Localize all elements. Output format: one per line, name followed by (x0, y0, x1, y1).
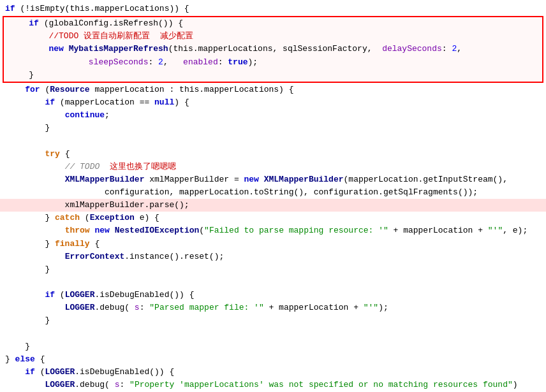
code-line: } (4, 69, 542, 82)
code-line: } catch (Exception e) { (0, 212, 546, 224)
code-text: } (9, 69, 34, 82)
code-line: } (0, 122, 546, 134)
code-text: // TODO 这里也换了嗯嗯嗯 (5, 161, 176, 173)
code-text: if (LOGGER.isDebugEnabled()) { (5, 289, 194, 301)
code-line: try { (0, 148, 546, 161)
code-text: } catch (Exception e) { (5, 212, 159, 224)
code-text: new MybatisMapperRefresh(this.mapperLoca… (9, 43, 462, 55)
code-text: } else { (5, 353, 45, 366)
code-text: } finally { (5, 238, 100, 250)
code-text: configuration, mapperLocation.toString()… (5, 186, 478, 199)
code-line: ErrorContext.instance().reset(); (0, 250, 546, 263)
code-line: } (0, 314, 546, 327)
code-line: configuration, mapperLocation.toString()… (0, 186, 546, 199)
code-text: if (LOGGER.isDebugEnabled()) { (5, 366, 174, 379)
code-line: throw new NestedIOException("Failed to p… (0, 224, 546, 237)
highlight-box: if (globalConfig.isRefresh()) { //TODO 设… (3, 16, 543, 83)
code-line: if (mapperLocation == null) { (0, 96, 546, 109)
code-line (0, 134, 546, 147)
code-text: //TODO 设置自动刷新配置 减少配置 (9, 30, 193, 43)
code-line: if (globalConfig.isRefresh()) { (4, 17, 542, 30)
code-text (5, 276, 10, 289)
code-line: for (Resource mapperLocation : this.mapp… (0, 83, 546, 96)
code-text: ErrorContext.instance().reset(); (5, 250, 224, 263)
code-line: xmlMapperBuilder.parse(); (0, 199, 546, 212)
code-line: } finally { (0, 238, 546, 250)
code-line: new MybatisMapperRefresh(this.mapperLoca… (4, 43, 542, 55)
code-line: LOGGER.debug( s: "Parsed mapper file: '"… (0, 301, 546, 314)
code-text: if (!isEmpty(this.mapperLocations)) { (5, 3, 189, 15)
code-line: } else { (0, 353, 546, 366)
code-text: continue; (5, 109, 110, 122)
code-text: sleepSeconds: 2, enabled: true); (9, 56, 258, 69)
code-text (5, 328, 10, 340)
code-line: if (LOGGER.isDebugEnabled()) { (0, 289, 546, 301)
code-text: if (globalConfig.isRefresh()) { (9, 17, 183, 30)
code-text: LOGGER.debug( s: "Property 'mapperLocati… (5, 379, 518, 391)
code-viewer: if (!isEmpty(this.mapperLocations)) { if… (0, 0, 546, 392)
code-text (5, 134, 10, 147)
code-line: XMLMapperBuilder xmlMapperBuilder = new … (0, 173, 546, 186)
code-line: continue; (0, 109, 546, 122)
code-line (0, 276, 546, 289)
code-line: LOGGER.debug( s: "Property 'mapperLocati… (0, 379, 546, 391)
code-line: } (0, 263, 546, 276)
code-text: } (5, 314, 50, 327)
code-line: if (!isEmpty(this.mapperLocations)) { (0, 3, 546, 15)
code-text: XMLMapperBuilder xmlMapperBuilder = new … (5, 173, 508, 186)
code-text: if (mapperLocation == null) { (5, 96, 189, 109)
code-text: xmlMapperBuilder.parse(); (5, 199, 189, 212)
code-text: } (5, 263, 50, 276)
code-line: } (0, 340, 546, 353)
code-line: // TODO 这里也换了嗯嗯嗯 (0, 161, 546, 173)
code-line: if (LOGGER.isDebugEnabled()) { (0, 366, 546, 379)
code-text: LOGGER.debug( s: "Parsed mapper file: '"… (5, 301, 388, 314)
code-text: for (Resource mapperLocation : this.mapp… (5, 83, 294, 96)
code-text: try { (5, 148, 70, 161)
code-text: throw new NestedIOException("Failed to p… (5, 224, 528, 237)
code-line: //TODO 设置自动刷新配置 减少配置 (4, 30, 542, 43)
code-text: } (5, 122, 50, 134)
code-line: sleepSeconds: 2, enabled: true); (4, 56, 542, 69)
code-text: } (5, 340, 30, 353)
code-line (0, 328, 546, 340)
